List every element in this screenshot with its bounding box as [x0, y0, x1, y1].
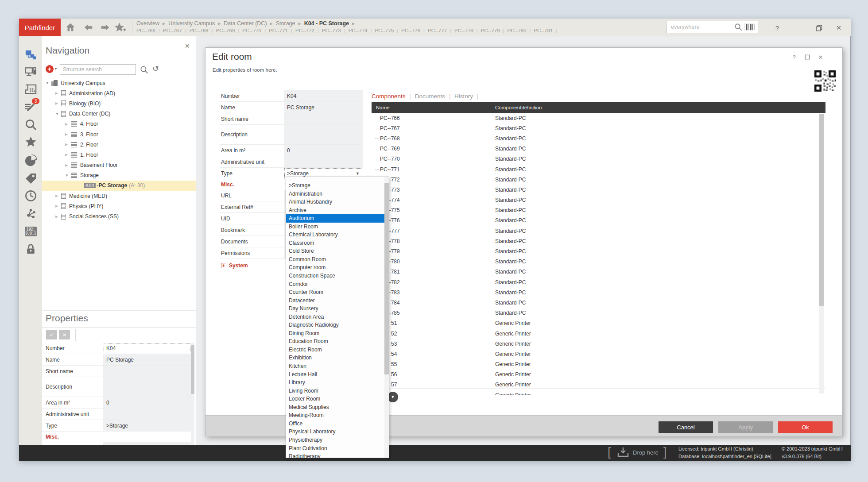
- recent-item-link[interactable]: PC--768: [190, 28, 216, 33]
- recent-item-link[interactable]: PC--773: [322, 28, 349, 33]
- room-type-option[interactable]: Classroom: [286, 239, 384, 247]
- tree-node[interactable]: 1. Floor: [42, 150, 196, 160]
- tree-node[interactable]: 4. Floor: [42, 119, 196, 129]
- room-type-option[interactable]: Dining Room: [286, 329, 384, 338]
- room-type-option[interactable]: Common Room: [286, 255, 384, 264]
- dialog-close-icon[interactable]: ✕: [816, 53, 825, 61]
- component-row[interactable]: PC--783 Standard-PC: [372, 287, 825, 297]
- apply-button[interactable]: Apply: [718, 421, 773, 433]
- room-type-option[interactable]: Diagnostic Radiology: [286, 321, 384, 329]
- property-value-field[interactable]: [103, 377, 191, 397]
- component-row[interactable]: 54 Generic Printer: [372, 349, 825, 359]
- breadcrumb-item[interactable]: University Campus▶: [168, 20, 224, 27]
- structure-search-icon[interactable]: [140, 66, 148, 76]
- room-type-option[interactable]: Archive: [286, 206, 384, 215]
- refresh-tree-icon[interactable]: ↻: [152, 64, 159, 73]
- recent-item-link[interactable]: PC--771: [269, 28, 295, 33]
- tree-node[interactable]: University Campus: [42, 78, 196, 88]
- breadcrumb-item[interactable]: Data Center (DC)▶: [224, 20, 275, 27]
- expand-section-icon[interactable]: +: [221, 263, 226, 268]
- recent-item-link[interactable]: PC--767: [163, 28, 190, 33]
- component-row[interactable]: 51 Generic Printer: [372, 318, 825, 328]
- room-type-option[interactable]: Animal Husbandry: [286, 198, 384, 206]
- component-row[interactable]: PC--785 Standard-PC: [372, 308, 825, 318]
- component-row[interactable]: PC--772 Standard-PC: [372, 174, 825, 185]
- history-module-icon[interactable]: [25, 190, 37, 202]
- recent-item-link[interactable]: PC--776: [401, 28, 428, 33]
- component-row[interactable]: PC--773 Standard-PC: [372, 185, 825, 195]
- room-type-option[interactable]: Administration: [286, 190, 384, 198]
- recent-item-link[interactable]: PC--766: [136, 28, 163, 33]
- form-value-field[interactable]: K04▼: [284, 90, 363, 101]
- recent-item-link[interactable]: PC--775: [375, 28, 401, 33]
- room-type-option[interactable]: Office: [286, 420, 384, 428]
- apply-properties-button[interactable]: ✓: [46, 330, 57, 339]
- add-favorite-icon[interactable]: [114, 22, 126, 35]
- tree-expander-icon[interactable]: [55, 91, 61, 95]
- tree-expander-icon[interactable]: [65, 132, 71, 136]
- recent-item-link[interactable]: PC--781: [534, 28, 560, 33]
- component-row[interactable]: PC--769 Standard-PC: [372, 144, 825, 154]
- recent-item-link[interactable]: PC--777: [428, 28, 454, 33]
- component-row[interactable]: 55 Generic Printer: [372, 359, 825, 370]
- room-type-option[interactable]: Physiotherapy: [286, 436, 384, 444]
- components-scrollbar-thumb[interactable]: [819, 114, 824, 306]
- drop-here-label[interactable]: Drop here: [633, 449, 659, 456]
- column-header-componentdefinition[interactable]: Componentdefinition: [495, 105, 542, 110]
- tree-node[interactable]: Medicine (MED): [42, 191, 196, 201]
- network-module-icon[interactable]: [25, 208, 37, 220]
- recent-item-link[interactable]: PC--778: [454, 28, 481, 33]
- component-row[interactable]: PC--768 Standard-PC: [372, 133, 825, 143]
- recent-item-link[interactable]: PC--780: [508, 28, 534, 33]
- discard-properties-button[interactable]: ✕: [59, 330, 70, 339]
- close-window-icon[interactable]: ✕: [833, 22, 845, 34]
- component-row[interactable]: PC--784 Standard-PC: [372, 297, 825, 308]
- restore-window-icon[interactable]: [813, 22, 825, 34]
- tree-node[interactable]: 2. Floor: [42, 139, 196, 150]
- room-type-option[interactable]: Library: [286, 378, 384, 387]
- recent-item-link[interactable]: PC--774: [349, 28, 375, 33]
- recent-item-link[interactable]: PC--769: [216, 28, 242, 33]
- minimize-icon[interactable]: —: [793, 22, 804, 34]
- tree-expander-icon[interactable]: [65, 174, 71, 177]
- recent-item-link[interactable]: PC--772: [295, 28, 322, 33]
- admin-tools-module-icon[interactable]: 3: [25, 100, 37, 112]
- breadcrumb-item[interactable]: Overview▶: [136, 20, 168, 27]
- global-search-input[interactable]: [667, 24, 732, 30]
- forward-icon[interactable]: [100, 23, 110, 35]
- tree-node[interactable]: Biology (BIO): [42, 98, 196, 108]
- tree-node[interactable]: Data Center (DC): [42, 109, 196, 119]
- component-row[interactable]: PC--780 Standard-PC: [372, 257, 825, 267]
- room-type-option[interactable]: Kitchen: [286, 362, 384, 370]
- room-type-option[interactable]: Electric Room: [286, 346, 384, 354]
- form-value-field[interactable]: 0▼: [284, 145, 363, 156]
- room-type-option[interactable]: Education Room: [286, 337, 384, 346]
- dialog-maximize-icon[interactable]: [802, 53, 812, 61]
- tree-node[interactable]: Basement Floor: [42, 160, 196, 170]
- dropdown-scrollbar[interactable]: [384, 177, 389, 458]
- room-type-option[interactable]: Locker Room: [286, 395, 384, 403]
- room-type-option[interactable]: Construction Space: [286, 272, 384, 280]
- tree-expander-icon[interactable]: [55, 112, 61, 116]
- tree-expander-icon[interactable]: [46, 81, 51, 85]
- room-type-option[interactable]: Cold Store: [286, 247, 384, 255]
- tree-node[interactable]: 3. Floor: [42, 129, 196, 139]
- room-type-option[interactable]: Boiler Room: [286, 223, 384, 231]
- component-row[interactable]: PC--781 Standard-PC: [372, 267, 825, 277]
- room-type-option[interactable]: Plant Cultivation: [286, 444, 384, 453]
- structure-search-input[interactable]: [60, 64, 136, 75]
- tree-expander-icon[interactable]: [65, 153, 71, 157]
- home-icon[interactable]: [65, 22, 76, 35]
- component-row[interactable]: PC--777 Standard-PC: [372, 226, 825, 236]
- room-type-option[interactable]: Detention Area: [286, 313, 384, 321]
- form-value-field[interactable]: PC Storage▼: [284, 102, 363, 113]
- property-value-field[interactable]: PC Storage: [103, 354, 191, 365]
- column-header-name[interactable]: Name: [372, 105, 495, 110]
- component-row[interactable]: PC--774 Standard-PC: [372, 195, 825, 205]
- add-node-button[interactable]: +: [46, 65, 54, 73]
- dropdown-arrow-icon[interactable]: ▼: [356, 171, 360, 176]
- tree-expander-icon[interactable]: [55, 204, 61, 208]
- room-type-option[interactable]: Medical Supplies: [286, 403, 384, 412]
- property-value-field[interactable]: K04: [103, 343, 191, 354]
- breadcrumb-item[interactable]: Storage▶: [276, 20, 304, 27]
